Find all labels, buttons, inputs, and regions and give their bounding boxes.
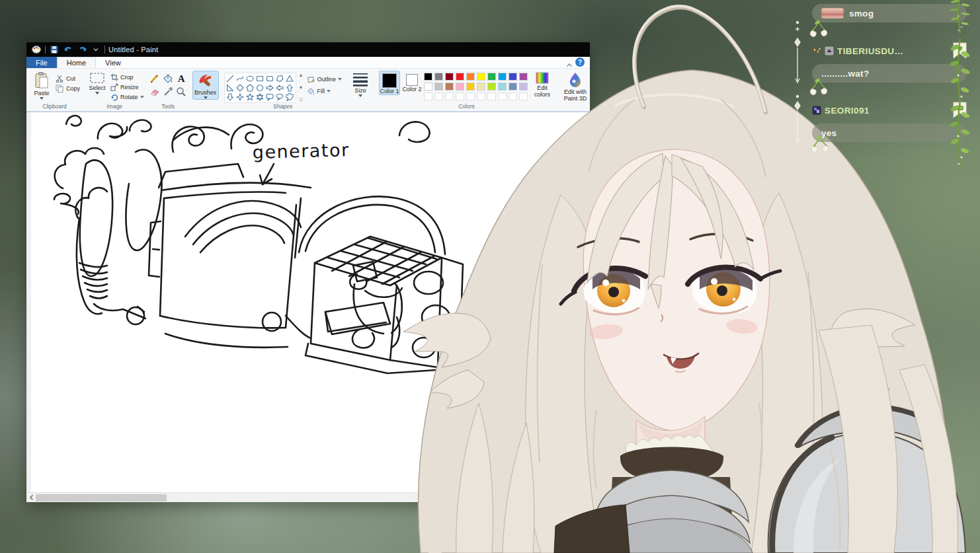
heart-bookmark[interactable]	[953, 42, 967, 59]
chat-bubble[interactable]: yes	[812, 124, 967, 142]
chat-text: smog	[849, 9, 874, 18]
chat-username[interactable]: SEORI091	[825, 106, 870, 116]
gold-sparkle-badge	[812, 47, 821, 55]
vtuber-avatar	[0, 0, 980, 553]
chat-username[interactable]: TIBERIUSDU…	[837, 46, 903, 56]
gray-arrow-badge	[825, 46, 834, 55]
chat-message: TIBERIUSDU… ..........wat?	[812, 42, 967, 83]
stream-screen: Untitled - Paint File Home View ? Paste	[0, 0, 980, 553]
chat-bubble[interactable]: smog	[812, 4, 967, 22]
chat-bubble[interactable]: ..........wat?	[812, 64, 967, 83]
chat-text: yes	[821, 128, 837, 138]
chat-message: smog	[812, 4, 967, 22]
chat-header: SEORI091	[812, 102, 967, 119]
chat-header: TIBERIUSDU…	[812, 42, 967, 59]
pink-smudge-emote	[821, 8, 844, 18]
chat-message: SEORI091 yes	[812, 102, 967, 142]
chat-bookmark[interactable]	[953, 102, 967, 119]
purple-subscriber-badge	[812, 106, 821, 115]
chat-text: ..........wat?	[821, 69, 869, 79]
